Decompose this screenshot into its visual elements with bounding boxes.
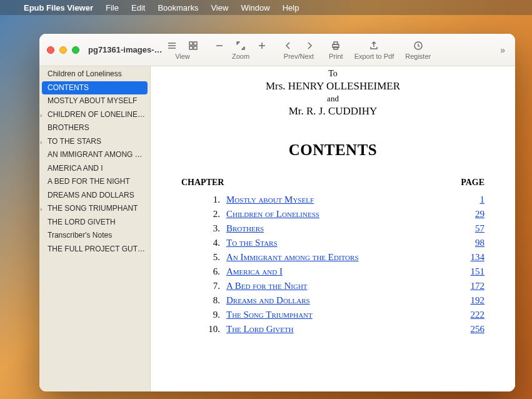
sidebar-item-label: THE SONG TRIUMPHANT: [48, 204, 138, 213]
toc-page-link[interactable]: 57: [459, 223, 484, 234]
menu-view[interactable]: View: [211, 3, 228, 13]
toc-page-link[interactable]: 98: [459, 238, 484, 248]
chevron-right-icon[interactable]: [304, 40, 315, 51]
sidebar-item[interactable]: ›CHILDREN OF LONELINESS: [39, 108, 150, 122]
sidebar-item-label: THE LORD GIVETH: [48, 218, 116, 226]
chevron-right-icon[interactable]: ›: [40, 204, 42, 215]
toc-number: 3.: [181, 223, 226, 234]
zoom-button[interactable]: [72, 46, 79, 54]
dedication-name1: Mrs. HENRY OLLESHEIMER: [179, 80, 487, 93]
sidebar-item-label: THE FULL PROJECT GUTE…: [48, 245, 150, 253]
toc-row: 3.Brothers57: [179, 221, 487, 236]
overflow-icon[interactable]: »: [500, 45, 508, 55]
menu-edit[interactable]: Edit: [131, 3, 145, 13]
toc-row: 8.Dreams and Dollars192: [179, 293, 487, 308]
toc-number: 9.: [181, 310, 226, 320]
chevron-right-icon[interactable]: ›: [40, 137, 42, 148]
sidebar-item[interactable]: Children of Loneliness: [39, 68, 150, 81]
toc-page-link[interactable]: 192: [459, 295, 484, 306]
export-icon[interactable]: [368, 40, 379, 51]
svg-rect-2: [189, 46, 193, 49]
toc-title-link[interactable]: The Song Triumphant: [226, 310, 459, 320]
chevron-left-icon[interactable]: [283, 40, 294, 51]
sidebar-item-label: Children of Loneliness: [48, 69, 122, 78]
toc-page-link[interactable]: 256: [459, 324, 484, 335]
svg-rect-0: [189, 42, 193, 45]
toc-page-link[interactable]: 1: [459, 194, 484, 205]
toc-number: 6.: [181, 266, 226, 277]
sidebar-item[interactable]: A BED FOR THE NIGHT: [39, 175, 150, 189]
dedication: To Mrs. HENRY OLLESHEIMER and Mr. R. J. …: [179, 69, 487, 118]
grid-icon[interactable]: [188, 40, 199, 51]
sidebar-item[interactable]: AMERICA AND I: [39, 162, 150, 176]
toc-row: 4.To the Stars98: [179, 236, 487, 250]
toc-number: 5.: [181, 252, 226, 263]
toolbar-zoom-label: Zoom: [232, 53, 249, 60]
toc-title-link[interactable]: An Immigrant among the Editors: [226, 252, 459, 263]
sidebar-item[interactable]: AN IMMIGRANT AMONG T…: [39, 148, 150, 162]
toc-number: 2.: [181, 209, 226, 220]
menu-window[interactable]: Window: [241, 3, 269, 13]
close-button[interactable]: [47, 46, 54, 54]
toc-page-link[interactable]: 151: [459, 266, 484, 277]
app-menu[interactable]: Epub Files Viewer: [24, 3, 93, 13]
sidebar-item[interactable]: ›TO THE STARS: [39, 135, 150, 149]
toc-title-link[interactable]: America and I: [226, 266, 459, 277]
svg-rect-3: [194, 46, 197, 49]
sidebar-item-label: Transcriber's Notes: [48, 231, 112, 240]
toolbar-print-label: Print: [329, 53, 343, 60]
toc-title-link[interactable]: Mostly about Myself: [226, 194, 459, 205]
content-area[interactable]: To Mrs. HENRY OLLESHEIMER and Mr. R. J. …: [151, 66, 515, 391]
sidebar-item[interactable]: THE LORD GIVETH: [39, 216, 150, 230]
toc-number: 7.: [181, 281, 226, 291]
toc-row: 1.Mostly about Myself1: [179, 193, 487, 207]
toc-number: 8.: [181, 295, 226, 306]
menubar: Epub Files Viewer File Edit Bookmarks Vi…: [0, 0, 532, 15]
toc-title-link[interactable]: Dreams and Dollars: [226, 295, 459, 306]
toc-title-link[interactable]: Brothers: [226, 223, 459, 234]
sidebar-item[interactable]: BROTHERS: [39, 121, 150, 135]
sidebar-item[interactable]: ›THE SONG TRIUMPHANT: [39, 202, 150, 216]
menu-bookmarks[interactable]: Bookmarks: [158, 3, 198, 13]
toc-row: 2.Children of Loneliness29: [179, 207, 487, 221]
toc-title-link[interactable]: A Bed for the Night: [226, 281, 459, 291]
sidebar-item-label: DREAMS AND DOLLARS: [48, 191, 134, 200]
toc-page-link[interactable]: 29: [459, 209, 484, 220]
plus-icon[interactable]: [256, 40, 268, 51]
fit-icon[interactable]: [235, 40, 246, 51]
toc-number: 10.: [181, 324, 226, 335]
toc-page-link[interactable]: 134: [459, 252, 484, 263]
toc-title-link[interactable]: The Lord Giveth: [226, 324, 459, 335]
toc-row: 7.A Bed for the Night172: [179, 279, 487, 293]
toc-row: 6.America and I151: [179, 265, 487, 279]
sidebar-item[interactable]: MOSTLY ABOUT MYSELF: [39, 94, 150, 108]
app-window: pg71361-images-3… View Zoom: [39, 34, 515, 391]
sidebar-item[interactable]: Transcriber's Notes: [39, 229, 150, 243]
toc-page-link[interactable]: 222: [459, 310, 484, 320]
printer-icon[interactable]: [330, 40, 341, 51]
sidebar-item-label: A BED FOR THE NIGHT: [48, 177, 130, 186]
dedication-and: and: [179, 94, 487, 104]
menu-file[interactable]: File: [106, 3, 119, 13]
toolbar-prevnext: Prev/Next: [283, 40, 315, 60]
chevron-right-icon[interactable]: ›: [40, 110, 42, 121]
traffic-lights: [47, 46, 79, 54]
sidebar: Children of LonelinessCONTENTSMOSTLY ABO…: [39, 66, 151, 391]
sidebar-item[interactable]: CONTENTS: [42, 81, 148, 95]
svg-rect-1: [194, 42, 197, 45]
toc-list: 1.Mostly about Myself12.Children of Lone…: [179, 193, 487, 336]
toc-title-link[interactable]: Children of Loneliness: [226, 209, 459, 220]
menu-help[interactable]: Help: [283, 3, 299, 13]
minimize-button[interactable]: [59, 46, 67, 54]
list-icon[interactable]: [166, 40, 178, 51]
register-icon[interactable]: [413, 40, 424, 51]
toc-row: 10.The Lord Giveth256: [179, 322, 487, 336]
toolbar-export: Export to Pdf: [354, 40, 394, 60]
sidebar-item[interactable]: THE FULL PROJECT GUTE…: [39, 243, 150, 256]
sidebar-item[interactable]: DREAMS AND DOLLARS: [39, 189, 150, 203]
minus-icon[interactable]: [214, 40, 225, 51]
toc-header: CHAPTER PAGE: [179, 178, 487, 193]
toolbar-view-label: View: [175, 53, 190, 60]
toc-page-link[interactable]: 172: [459, 281, 484, 291]
toc-title-link[interactable]: To the Stars: [226, 238, 459, 248]
